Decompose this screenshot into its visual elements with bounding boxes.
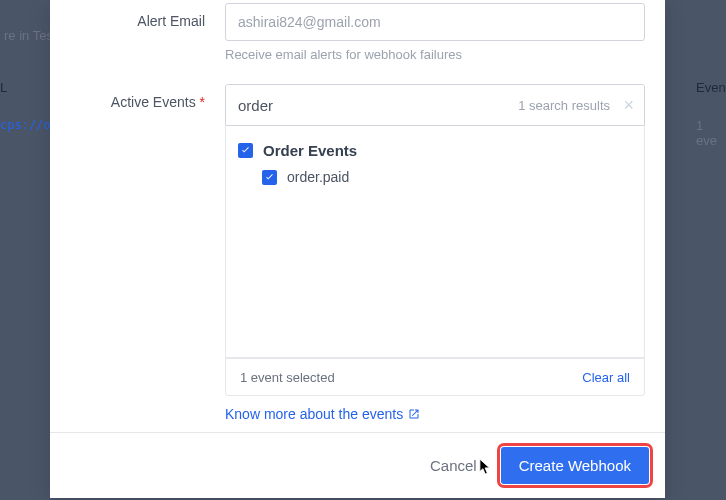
check-icon [264, 172, 275, 183]
group-checkbox[interactable] [238, 143, 253, 158]
create-webhook-modal: Alert Email Receive email alerts for web… [50, 0, 665, 498]
bg-right-header: Even [696, 80, 726, 95]
events-footer: 1 event selected Clear all [225, 358, 645, 396]
bg-url-text: cps://o [0, 118, 51, 132]
clear-search-icon[interactable]: × [623, 95, 634, 116]
alert-email-row: Alert Email Receive email alerts for web… [50, 0, 665, 62]
required-marker: * [200, 94, 205, 110]
cancel-button[interactable]: Cancel [422, 449, 485, 482]
item-label: order.paid [287, 169, 349, 185]
external-link-icon [408, 408, 420, 420]
event-item[interactable]: order.paid [238, 163, 632, 189]
bg-test-banner: re in Test [4, 28, 57, 43]
create-webhook-button[interactable]: Create Webhook [501, 447, 649, 484]
alert-email-label: Alert Email [70, 3, 225, 62]
search-results-count: 1 search results [518, 98, 610, 113]
selected-count: 1 event selected [240, 370, 335, 385]
events-list: Order Events order.paid [225, 126, 645, 358]
clear-all-link[interactable]: Clear all [582, 370, 630, 385]
alert-email-helper: Receive email alerts for webhook failure… [225, 47, 645, 62]
modal-footer: Cancel Create Webhook [50, 432, 665, 498]
active-events-row: Active Events * 1 search results × Order… [50, 62, 665, 396]
alert-email-input[interactable] [225, 3, 645, 41]
know-more-link[interactable]: Know more about the events [225, 406, 420, 422]
item-checkbox[interactable] [262, 170, 277, 185]
bg-right-count: 1 eve [696, 118, 726, 148]
bg-col-header: L [0, 80, 7, 95]
group-label: Order Events [263, 142, 357, 159]
check-icon [240, 145, 251, 156]
active-events-label: Active Events [111, 94, 196, 110]
know-more-text: Know more about the events [225, 406, 403, 422]
event-search-wrap: 1 search results × [225, 84, 645, 126]
event-group[interactable]: Order Events [238, 138, 632, 163]
